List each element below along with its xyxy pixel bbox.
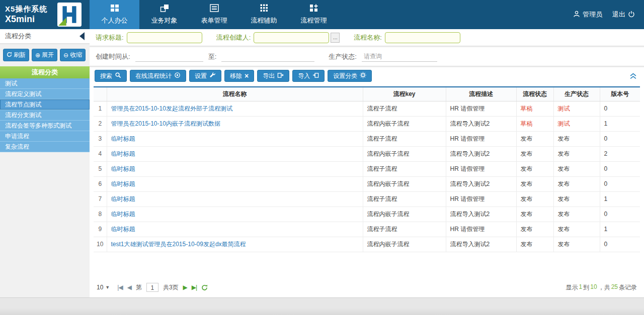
reload-icon[interactable] <box>201 284 208 291</box>
cell-version: 0 <box>600 161 640 176</box>
creator-group: 流程创建人: ... <box>216 32 340 43</box>
user-menu[interactable]: 管理员 <box>573 10 602 19</box>
table-row: 10test1大雄测试管理员在2015-10-09发起dx最简流程流程内嵌子流程… <box>94 237 640 252</box>
pagination-bar: 10 ▼ |◀ ◀ 第 1 共3页 ▶ ▶| 显示 1 到 10 ，共 25 条… <box>90 277 644 297</box>
online-stats-button[interactable]: 在线流程统计 <box>130 70 186 82</box>
refresh-button[interactable]: 刷新 <box>3 49 29 61</box>
collapse-button[interactable]: ⊖ 收缩 <box>60 49 86 61</box>
tab-personal-office[interactable]: 个人办公 <box>90 0 139 29</box>
sidebar-item[interactable]: 复杂流程 <box>0 142 90 152</box>
header-version[interactable]: 版本号 <box>600 87 640 101</box>
process-name-link[interactable]: 管理员在2015-10-10内嵌子流程测试数据 <box>111 120 220 127</box>
cell-process-status: 发布 <box>516 131 553 146</box>
total-pages-label: 共3页 <box>163 283 179 292</box>
summary-to-word: 到 <box>583 283 589 292</box>
app-logo-icon <box>57 3 82 27</box>
sidebar-item[interactable]: 申请流程 <box>0 131 90 142</box>
sidebar-item[interactable]: 测试 <box>0 78 90 89</box>
header-process-desc[interactable]: 流程描述 <box>446 87 516 101</box>
expand-button[interactable]: ⊕ 展开 <box>32 49 57 61</box>
header-process-name[interactable]: 流程名称 <box>107 87 363 101</box>
cell-prod-status: 发布 <box>553 161 600 176</box>
process-name-link[interactable]: 临时标题 <box>111 150 135 157</box>
records-summary: 显示 1 到 10 ，共 25 条记录 <box>566 283 637 292</box>
cell-process-name: 临时标题 <box>107 176 363 191</box>
summary-records-word: 条记录 <box>619 283 637 292</box>
process-name-link[interactable]: test1大雄测试管理员在2015-10-09发起dx最简流程 <box>111 241 246 248</box>
cell-process-desc: 流程导入测试2 <box>446 116 516 131</box>
form-management-icon <box>210 4 219 14</box>
process-name-link[interactable]: 临时标题 <box>111 226 135 233</box>
cell-process-name: 临时标题 <box>107 161 363 176</box>
process-name-link[interactable]: 管理员在2015-10-10发起流程外部子流程测试 <box>111 105 232 112</box>
process-name-link[interactable]: 临时标题 <box>111 165 135 172</box>
settings-button[interactable]: 设置 <box>189 70 221 82</box>
last-page-button[interactable]: ▶| <box>192 284 197 291</box>
tab-form-management[interactable]: 表单管理 <box>189 0 239 29</box>
first-page-button[interactable]: |◀ <box>117 284 122 291</box>
cell-process-name: 管理员在2015-10-10内嵌子流程测试数据 <box>107 116 363 131</box>
sidebar-item[interactable]: 流程节点测试 <box>0 99 90 110</box>
process-name-link[interactable]: 临时标题 <box>111 135 135 142</box>
row-number: 1 <box>94 101 107 116</box>
table-header-row: 流程名称 流程key 流程描述 流程状态 生产状态 版本号 <box>94 87 640 101</box>
cell-process-key: 流程子流程 <box>363 191 446 206</box>
creator-picker-button[interactable]: ... <box>331 33 340 43</box>
collapse-sidebar-arrow-icon[interactable] <box>79 32 85 40</box>
cell-process-name: 管理员在2015-10-10发起流程外部子流程测试 <box>107 101 363 116</box>
creator-input[interactable] <box>254 32 329 43</box>
created-to-input[interactable] <box>221 52 314 62</box>
export-icon <box>277 72 284 80</box>
tab-business-objects[interactable]: 业务对象 <box>139 0 189 29</box>
user-icon <box>573 11 580 19</box>
request-title-input[interactable] <box>127 32 202 43</box>
tab-label: 流程辅助 <box>251 16 277 25</box>
settings-label: 设置 <box>195 72 207 80</box>
cell-prod-status: 测试 <box>553 116 600 131</box>
page-size-value: 10 <box>97 284 103 291</box>
sidebar-item[interactable]: 流程分支测试 <box>0 110 90 121</box>
next-page-button[interactable]: ▶ <box>183 284 187 291</box>
cell-prod-status: 发布 <box>553 146 600 161</box>
collapse-panel-chevron-icon[interactable] <box>629 73 639 79</box>
page-size-select[interactable]: 10 ▼ <box>97 284 110 291</box>
tab-process-management[interactable]: 流程管理 <box>289 0 339 29</box>
stats-icon <box>174 72 181 80</box>
cell-process-key: 流程子流程 <box>363 161 446 176</box>
header-process-key[interactable]: 流程key <box>363 87 446 101</box>
header-prod-status[interactable]: 生产状态 <box>553 87 600 101</box>
export-button[interactable]: 导出 <box>257 70 289 82</box>
process-name-link[interactable]: 临时标题 <box>111 195 135 202</box>
cell-process-status: 草稿 <box>516 116 553 131</box>
process-name-link[interactable]: 临时标题 <box>111 180 135 187</box>
header-process-status[interactable]: 流程状态 <box>516 87 553 101</box>
cell-process-name: test1大雄测试管理员在2015-10-09发起dx最简流程 <box>107 237 363 252</box>
set-category-button[interactable]: 设置分类 <box>328 70 372 82</box>
cell-version: 0 <box>600 176 640 191</box>
search-button[interactable]: 搜索 <box>95 70 127 82</box>
tab-process-assist[interactable]: 流程辅助 <box>239 0 289 29</box>
app-subtitle: X5mini <box>5 14 47 25</box>
cell-process-name: 临时标题 <box>107 222 363 237</box>
cell-process-status: 草稿 <box>516 101 553 116</box>
prev-page-button[interactable]: ◀ <box>127 284 131 291</box>
process-name-input[interactable] <box>385 32 460 43</box>
expand-icon: ⊕ <box>35 52 40 59</box>
remove-button[interactable]: 移除 × <box>224 70 254 82</box>
import-button[interactable]: 导入 <box>292 70 325 82</box>
cell-version: 1 <box>600 116 640 131</box>
page-number-input[interactable]: 1 <box>146 283 158 292</box>
gear-icon <box>360 72 366 80</box>
to-label: 至: <box>208 52 217 61</box>
prod-status-select[interactable] <box>362 52 437 62</box>
sidebar-item[interactable]: 流程定义测试 <box>0 89 90 99</box>
cell-prod-status: 发布 <box>553 131 600 146</box>
created-from-input[interactable] <box>135 52 203 62</box>
personal-office-icon <box>110 4 119 14</box>
sidebar-item[interactable]: 流程会签等多种形式测试 <box>0 121 90 131</box>
cell-process-key: 流程内嵌子流程 <box>363 116 446 131</box>
process-table-wrap: 流程名称 流程key 流程描述 流程状态 生产状态 版本号 1管理员在2015-… <box>90 84 644 252</box>
logout-button[interactable]: 退出 <box>612 10 635 19</box>
cell-version: 0 <box>600 131 640 146</box>
process-name-link[interactable]: 临时标题 <box>111 211 135 218</box>
